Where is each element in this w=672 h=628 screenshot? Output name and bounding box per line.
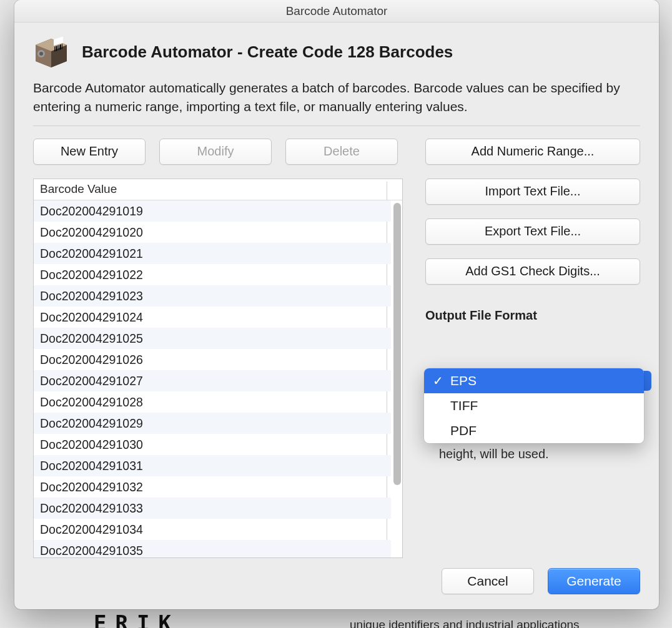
table-row[interactable]: Doc202004291035 [34, 540, 391, 557]
svg-rect-7 [57, 46, 58, 51]
export-text-file-button[interactable]: Export Text File... [425, 218, 640, 245]
table-row[interactable]: Doc202004291024 [34, 307, 391, 328]
dropdown-option-pdf[interactable]: PDF [424, 418, 644, 443]
divider [33, 125, 640, 126]
background-text-left: ERIK [94, 611, 180, 628]
table-header-label: Barcode Value [40, 182, 117, 196]
table-row[interactable]: Doc202004291020 [34, 222, 391, 243]
output-hint-text: height, will be used. [439, 447, 549, 461]
import-text-file-button[interactable]: Import Text File... [425, 179, 640, 205]
page-title: Barcode Automator - Create Code 128 Barc… [82, 42, 453, 62]
svg-rect-8 [59, 45, 59, 50]
page-description: Barcode Automator automatically generate… [33, 79, 640, 117]
table-row[interactable]: Doc202004291032 [34, 476, 391, 498]
svg-rect-6 [56, 46, 57, 51]
table-row[interactable]: Doc202004291022 [34, 264, 391, 285]
scrollbar-thumb[interactable] [393, 203, 401, 485]
generate-button[interactable]: Generate [548, 568, 640, 594]
window-title: Barcode Automator [14, 0, 659, 22]
add-gs1-check-digits-button[interactable]: Add GS1 Check Digits... [425, 258, 640, 285]
svg-rect-9 [60, 44, 61, 50]
svg-rect-5 [54, 46, 55, 51]
table-row[interactable]: Doc202004291027 [34, 370, 391, 391]
table-row[interactable]: Doc202004291030 [34, 434, 391, 455]
dropdown-button-edge[interactable] [643, 371, 651, 391]
dropdown-option-tiff[interactable]: TIFF [424, 393, 644, 418]
table-row[interactable]: Doc202004291029 [34, 413, 391, 434]
table-row[interactable]: Doc202004291033 [34, 498, 391, 519]
new-entry-button[interactable]: New Entry [33, 139, 146, 165]
table-header[interactable]: Barcode Value [34, 179, 402, 200]
output-file-format-label: Output File Format [425, 308, 640, 323]
table-row[interactable]: Doc202004291021 [34, 243, 391, 264]
modify-button[interactable]: Modify [159, 139, 272, 165]
barcode-automator-dialog: Barcode Automator [14, 0, 659, 609]
table-row[interactable]: Doc202004291031 [34, 455, 391, 476]
background-text-right: unique identifiers and industrial applic… [350, 618, 580, 628]
delete-button[interactable]: Delete [285, 139, 398, 165]
table-row[interactable]: Doc202004291034 [34, 519, 391, 540]
svg-rect-10 [62, 44, 62, 49]
app-icon [33, 34, 69, 70]
cancel-button[interactable]: Cancel [442, 568, 534, 594]
table-row[interactable]: Doc202004291025 [34, 328, 391, 349]
svg-point-12 [39, 52, 43, 56]
table-row[interactable]: Doc202004291028 [34, 391, 391, 413]
table-row[interactable]: Doc202004291019 [34, 200, 391, 222]
barcode-values-table[interactable]: Barcode Value Doc202004291019Doc20200429… [33, 179, 403, 558]
add-numeric-range-button[interactable]: Add Numeric Range... [425, 139, 640, 165]
table-row[interactable]: Doc202004291026 [34, 349, 391, 370]
output-format-dropdown[interactable]: EPSTIFFPDF [424, 368, 644, 443]
table-body[interactable]: Doc202004291019Doc202004291020Doc2020042… [34, 200, 402, 557]
dropdown-option-eps[interactable]: EPS [424, 368, 644, 393]
table-row[interactable]: Doc202004291023 [34, 285, 391, 307]
